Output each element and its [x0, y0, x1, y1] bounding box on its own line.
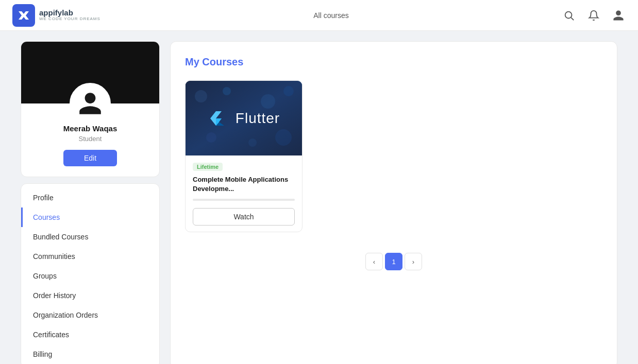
svg-point-6: [283, 86, 294, 96]
edit-button[interactable]: Edit: [63, 150, 117, 166]
sidebar-item-order-history[interactable]: Order History: [21, 286, 159, 305]
course-badge: Lifetime: [193, 163, 223, 171]
profile-role: Student: [79, 135, 102, 143]
sidebar-item-certificates[interactable]: Certificates: [21, 325, 159, 344]
sidebar-item-billing[interactable]: Billing: [21, 344, 159, 364]
header: appifylab WE CODE YOUR DREAMS All course…: [0, 0, 638, 31]
pagination-prev[interactable]: ‹: [365, 253, 383, 270]
profile-card-body: Meerab Waqas Student Edit: [21, 124, 159, 177]
page-title: My Courses: [185, 56, 602, 68]
logo[interactable]: appifylab WE CODE YOUR DREAMS: [12, 4, 100, 27]
course-grid: Flutter Lifetime Complete Mobile Applica…: [185, 80, 602, 232]
sidebar-item-bundled-courses[interactable]: Bundled Courses: [21, 227, 159, 247]
search-icon[interactable]: [562, 8, 576, 23]
profile-name: Meerab Waqas: [63, 124, 117, 133]
main-layout: Meerab Waqas Student Edit Profile Course…: [0, 31, 638, 364]
svg-point-9: [248, 138, 257, 147]
sidebar-item-groups[interactable]: Groups: [21, 266, 159, 286]
svg-line-1: [571, 18, 574, 20]
svg-point-7: [206, 132, 216, 143]
pagination-page-1[interactable]: 1: [385, 253, 402, 270]
course-thumbnail: Flutter: [186, 81, 302, 155]
flutter-label: Flutter: [236, 110, 280, 127]
all-courses-link[interactable]: All courses: [313, 11, 348, 20]
sidebar-nav: Profile Courses Bundled Courses Communit…: [21, 183, 160, 364]
flutter-logo: Flutter: [208, 107, 280, 130]
content-area: My Courses: [170, 41, 617, 364]
sidebar-item-courses[interactable]: Courses: [21, 207, 159, 227]
pagination: ‹ 1 ›: [185, 253, 602, 270]
sidebar: Meerab Waqas Student Edit Profile Course…: [21, 41, 160, 364]
svg-point-4: [223, 87, 231, 95]
svg-point-8: [275, 129, 292, 146]
pagination-next[interactable]: ›: [405, 253, 422, 270]
course-card-body: Lifetime Complete Mobile Applications De…: [186, 155, 302, 232]
notification-icon[interactable]: [586, 8, 601, 23]
logo-icon: [12, 4, 35, 27]
svg-point-3: [195, 90, 207, 102]
user-icon[interactable]: [611, 8, 626, 23]
profile-card: Meerab Waqas Student Edit: [21, 41, 160, 177]
course-progress-bar: [193, 199, 295, 201]
sidebar-item-profile[interactable]: Profile: [21, 188, 159, 207]
course-title: Complete Mobile Applications Developme..…: [193, 175, 295, 194]
watch-button[interactable]: Watch: [193, 208, 295, 226]
logo-text: appifylab WE CODE YOUR DREAMS: [39, 9, 100, 22]
sidebar-item-organization-orders[interactable]: Organization Orders: [21, 305, 159, 325]
avatar: [70, 83, 111, 124]
header-actions: [562, 8, 626, 23]
header-nav[interactable]: All courses: [313, 11, 348, 20]
svg-point-0: [565, 11, 572, 18]
sidebar-item-communities[interactable]: Communities: [21, 247, 159, 266]
course-card: Flutter Lifetime Complete Mobile Applica…: [185, 80, 303, 232]
